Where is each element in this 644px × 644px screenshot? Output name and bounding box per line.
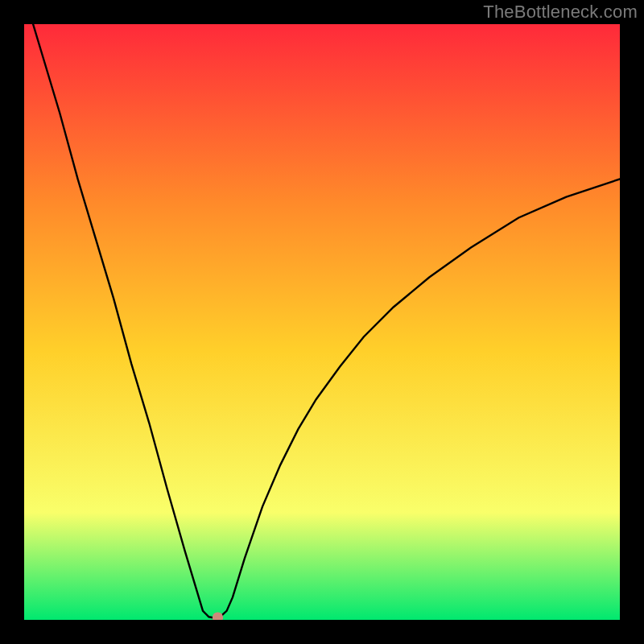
gradient-background bbox=[24, 24, 620, 620]
watermark-text: TheBottleneck.com bbox=[483, 2, 638, 23]
chart-container: TheBottleneck.com bbox=[0, 0, 644, 644]
plot-area bbox=[24, 24, 620, 620]
chart-svg bbox=[24, 24, 620, 620]
